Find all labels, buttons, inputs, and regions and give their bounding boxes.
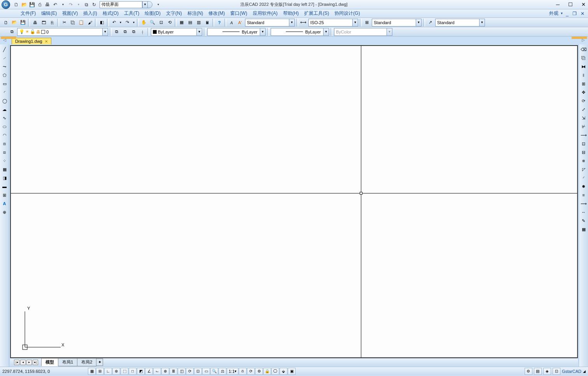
save-icon[interactable]: 💾 [28,1,35,8]
region-icon[interactable]: ▬ [1,183,9,190]
print-preview-icon[interactable]: 🗔 [40,19,47,26]
redo2-icon[interactable]: ↷ [123,19,131,26]
sheet-tab-layout1[interactable]: 布局1 [58,358,77,366]
zoom-realtime-icon[interactable]: 🔍 [149,19,156,26]
match-props-icon[interactable]: 🖌 [86,19,94,26]
tool-palettes-icon[interactable]: ▥ [195,19,203,26]
iso-toggle[interactable]: ⬚ [121,368,128,375]
xline-icon[interactable]: ⟋ [1,54,9,62]
help-icon[interactable]: ? [215,19,223,26]
menu-window[interactable]: 窗口(W) [228,9,250,18]
menu-tools[interactable]: 工具(T) [121,9,142,18]
menu-draw[interactable]: 绘图(D) [142,9,163,18]
design-center-icon[interactable]: ▤ [186,19,194,26]
text-style-icon[interactable]: A [228,19,235,26]
move-icon[interactable]: ✥ [580,88,588,96]
chamfer-icon[interactable]: ◸ [580,165,588,173]
properties-icon[interactable]: ▦ [178,19,186,26]
qp-toggle[interactable]: ⊡ [194,368,202,375]
text-style-edit-icon[interactable]: A' [236,19,244,26]
appearance-label[interactable]: 外观 [549,10,558,17]
lwt-toggle[interactable]: ≣ [170,368,177,375]
menu-modify[interactable]: 修改(M) [206,9,228,18]
transparency-toggle[interactable]: ◫ [178,368,186,375]
close-icon[interactable]: ✕ [581,2,586,7]
clean-screen-toggle[interactable]: ▣ [288,368,296,375]
dim-style-combo[interactable]: ISO-25▼ [308,19,358,26]
sheet-last-icon[interactable]: ▸| [33,360,38,365]
erase-icon[interactable]: ⌫ [580,46,588,53]
zoom-window-icon[interactable]: ⊡ [157,19,165,26]
menu-insert[interactable]: 插入(I) [80,9,100,18]
trim-icon[interactable]: ⊬ [580,123,588,130]
lock-ui-toggle[interactable]: 🔒 [263,368,271,375]
line-icon[interactable]: ╱ [1,46,9,53]
document-tab[interactable]: Drawing1.dwg ✕ [12,38,51,44]
redo2-drop-icon[interactable]: ▼ [132,19,136,26]
hardware-toggle[interactable]: 🖵 [271,368,279,375]
arc-icon[interactable]: ◜ [1,88,9,96]
tray-expand-icon[interactable]: ◢ [583,369,586,373]
undo2-drop-icon[interactable]: ▼ [119,19,122,26]
ellipse-icon[interactable]: ⬭ [1,123,9,130]
table-style-combo[interactable]: Standard▼ [372,19,422,26]
mleader-style-icon[interactable]: ↗ [426,19,434,26]
tab-close-icon[interactable]: ✕ [45,39,48,44]
chevron-down-icon[interactable]: ▼ [260,28,265,35]
open-icon[interactable]: 📂 [21,1,28,8]
align-icon[interactable]: ≡ [580,191,588,199]
annoscale-icon[interactable]: ⚖ [219,368,226,375]
settings-icon[interactable]: ⚙ [525,368,532,375]
autoscale-toggle[interactable]: ⟳ [247,368,255,375]
insert-block-icon[interactable]: ⧈ [1,140,9,148]
layer-filter2-icon[interactable]: ⧉ [121,28,129,36]
refresh-icon[interactable]: ↻ [91,1,98,8]
layer-filter1-icon[interactable]: ⧉ [113,28,121,36]
ellipse-arc-icon[interactable]: ◠ [1,131,9,139]
sheet-prev-icon[interactable]: ◂ [20,360,26,365]
mdi-close-icon[interactable]: ✕ [579,11,586,16]
offset-icon[interactable]: ⫴ [580,71,588,79]
scale-display[interactable]: 1:1▾ [227,368,238,375]
chevron-down-icon[interactable]: ▼ [416,19,421,26]
tab-nav-left-icon[interactable]: ◁ [3,38,6,42]
print-icon[interactable]: 🖶 [44,1,51,8]
layer-manager-icon[interactable]: ⧉ [8,28,16,36]
layers-icon[interactable]: ⧉ [83,1,90,8]
workspace-toggle[interactable]: ⚙ [255,368,263,375]
circle-icon[interactable]: ◯ [1,97,9,105]
linetype-combo[interactable]: ByLayer ▼ [207,28,266,36]
scale-icon[interactable]: ⤢ [580,105,588,113]
qat-customize-icon[interactable]: ▾ [155,1,162,8]
copy2-icon[interactable]: ⿻ [580,54,588,62]
otrack-toggle[interactable]: ∠ [145,368,153,375]
dim-style-icon[interactable]: ⟷ [299,19,307,26]
ortho-toggle[interactable]: ∟ [104,368,112,375]
open-doc-icon[interactable]: 📂 [10,19,18,26]
sheet-next-icon[interactable]: ▸ [26,360,32,365]
table-style-icon[interactable]: ⊞ [363,19,371,26]
snap-toggle[interactable]: ▦ [88,368,96,375]
addselected-icon[interactable]: ⊕ [1,208,9,216]
undo2-icon[interactable]: ↶ [110,19,118,26]
ducs-toggle[interactable]: ⌙ [153,368,161,375]
layer-iso-icon[interactable]: ⟊ [138,28,146,36]
spline-icon[interactable]: ∿ [1,114,9,122]
menu-edit[interactable]: 编辑(E) [38,9,60,18]
rotate-icon[interactable]: ⟳ [580,97,588,105]
print2-icon[interactable]: 🖶 [31,19,39,26]
redo-icon[interactable]: ↷ [67,1,74,8]
chevron-down-icon[interactable]: ▼ [323,28,329,35]
rectangle-icon[interactable]: ▭ [1,80,9,88]
maximize-icon[interactable]: ☐ [568,2,573,7]
lengthen-icon[interactable]: ↔ [580,208,588,216]
gradient-icon[interactable]: ◨ [1,174,9,182]
polygon-icon[interactable]: ⬠ [1,71,9,79]
redo-drop-icon[interactable]: ▼ [75,1,82,8]
edit-pline-icon[interactable]: ✎ [580,217,588,225]
annovisibility-toggle[interactable]: ⛭ [239,368,247,375]
model-toggle[interactable]: ▭ [202,368,210,375]
break-icon[interactable]: ⊟ [580,148,588,156]
stretch-icon[interactable]: ⇲ [580,114,588,122]
menu-collab[interactable]: 协同设计(G) [332,9,362,18]
